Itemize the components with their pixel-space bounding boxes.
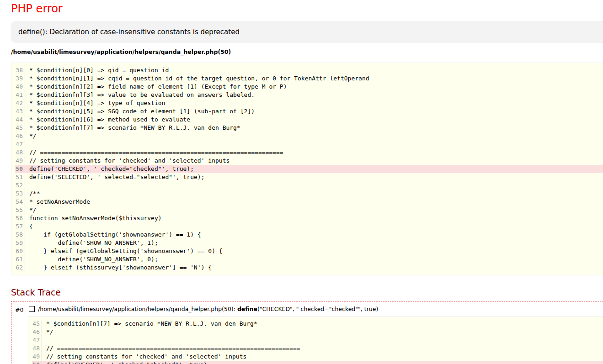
trace-call-text: /home/usabilit/limesurvey/application/he…: [38, 306, 378, 312]
code-line-38: 38* $condition[n][0] => qid = question i…: [15, 66, 603, 74]
stack-trace-heading: Stack Trace: [11, 287, 603, 297]
code-text: define('SHOW_NO_ANSWER', 1);: [25, 239, 158, 246]
code-line-39: 39* $condition[n][1] => cqid = question …: [15, 74, 603, 83]
code-line-46: 46*/: [32, 328, 603, 336]
line-number: 42: [15, 99, 25, 107]
line-number: 47: [15, 140, 25, 148]
code-line-61: 61 define('SHOW_NO_ANSWER', 0);: [15, 255, 603, 264]
code-line-45: 45* $condition[n][7] => scenario *NEW BY…: [15, 124, 603, 132]
page-title: PHP error: [11, 2, 603, 16]
code-line-51: 51define('SELECTED', ' selected="selecte…: [15, 173, 603, 181]
code-text: */: [25, 206, 37, 213]
line-number: 49: [32, 353, 42, 361]
line-number: 60: [15, 247, 25, 255]
line-number: 44: [15, 116, 25, 124]
error-source-section: /home/usabilit/limesurvey/application/he…: [11, 48, 603, 275]
code-text: define('CHECKED', ' checked="checked"', …: [25, 165, 194, 172]
code-line-41: 41* $condition[n][3] => value to be eval…: [15, 91, 603, 99]
trace-call-file: /home/usabilit/limesurvey/application/he…: [38, 306, 237, 312]
stack-trace-frame-0: #0 - /home/usabilit/limesurvey/applicati…: [15, 305, 603, 364]
code-text: * $condition[n][7] => scenario *NEW BY R…: [25, 124, 240, 131]
code-line-47: 47: [32, 336, 603, 344]
line-number: 55: [15, 206, 25, 214]
code-text: define('CHECKED', ' checked="checked"', …: [42, 361, 211, 364]
code-line-49: 49// setting constants for 'checked' and…: [15, 157, 603, 165]
code-text: // =====================================…: [25, 149, 283, 156]
collapse-minus-icon[interactable]: -: [29, 306, 35, 312]
code-text: if (getGlobalSetting('shownoanswer') == …: [25, 231, 201, 238]
line-number: 48: [32, 344, 42, 353]
line-number: 43: [15, 107, 25, 116]
error-code-line-50: 50define('CHECKED', ' checked="checked"'…: [15, 165, 603, 173]
code-text: define('SHOW_NO_ANSWER', 0);: [25, 256, 158, 263]
code-text: * $condition[n][5] => SGQ code of elemen…: [25, 108, 255, 115]
line-number: 47: [32, 336, 42, 344]
error-code-line-50: 50define('CHECKED', ' checked="checked"'…: [32, 361, 603, 364]
stack-trace-box: #0 - /home/usabilit/limesurvey/applicati…: [11, 301, 603, 364]
code-text: * setNoAnswerMode: [25, 198, 90, 205]
code-text: [42, 337, 46, 343]
line-number: 46: [15, 132, 25, 140]
php-error-page: PHP error define(): Declaration of case-…: [0, 0, 603, 364]
code-text: } elseif ($thissurvey['shownoanswer'] ==…: [25, 264, 212, 271]
trace-file-row[interactable]: - /home/usabilit/limesurvey/application/…: [28, 305, 603, 313]
line-number: 50: [32, 361, 42, 364]
line-number: 39: [15, 74, 25, 83]
code-line-54: 54* setNoAnswerMode: [15, 198, 603, 206]
frame-index: #0: [15, 305, 28, 313]
code-line-46: 46*/: [15, 132, 603, 140]
code-line-42: 42* $condition[n][4] => type of question: [15, 99, 603, 107]
code-line-40: 40* $condition[n][2] => field name of el…: [15, 83, 603, 91]
code-text: } elseif (getGlobalSetting('shownoanswer…: [25, 248, 223, 254]
code-line-62: 62 } elseif ($thissurvey['shownoanswer']…: [15, 264, 603, 272]
code-line-45: 45* $condition[n][7] => scenario *NEW BY…: [32, 320, 603, 328]
code-line-55: 55*/: [15, 206, 603, 214]
code-text: [25, 182, 29, 189]
line-number: 49: [15, 157, 25, 165]
line-number: 50: [15, 165, 25, 173]
code-text: * $condition[n][0] => qid = question id: [25, 67, 169, 74]
code-text: * $condition[n][2] => field name of elem…: [25, 83, 287, 90]
line-number: 40: [15, 83, 25, 91]
line-number: 48: [15, 148, 25, 157]
code-line-59: 59 define('SHOW_NO_ANSWER', 1);: [15, 239, 603, 247]
line-number: 41: [15, 91, 25, 99]
line-number: 62: [15, 264, 25, 272]
code-line-48: 48// ===================================…: [32, 344, 603, 353]
code-text: {: [25, 223, 33, 230]
code-line-44: 44* $condition[n][6] => method used to e…: [15, 116, 603, 124]
code-line-56: 56function setNoAnswerMode($thissurvey): [15, 214, 603, 222]
line-number: 54: [15, 198, 25, 206]
trace-code-block: 45* $condition[n][7] => scenario *NEW BY…: [28, 316, 603, 364]
code-line-47: 47: [15, 140, 603, 148]
line-number: 45: [15, 124, 25, 132]
code-line-49: 49// setting constants for 'checked' and…: [32, 353, 603, 361]
error-message: define(): Declaration of case-insensitiv…: [11, 21, 603, 43]
trace-call-args: ("CHECKED", " checked="checked"", true): [257, 306, 378, 312]
code-line-48: 48// ===================================…: [15, 148, 603, 157]
code-line-60: 60 } elseif (getGlobalSetting('shownoans…: [15, 247, 603, 255]
source-file-path: /home/usabilit/limesurvey/application/he…: [11, 48, 603, 55]
code-line-53: 53/**: [15, 190, 603, 198]
frame-content: - /home/usabilit/limesurvey/application/…: [28, 305, 603, 364]
line-number: 51: [15, 173, 25, 181]
code-line-58: 58 if (getGlobalSetting('shownoanswer') …: [15, 231, 603, 239]
line-number: 52: [15, 181, 25, 190]
code-text: // =====================================…: [42, 345, 300, 352]
code-text: /**: [25, 190, 40, 197]
line-number: 59: [15, 239, 25, 247]
code-text: * $condition[n][7] => scenario *NEW BY R…: [42, 320, 257, 327]
line-number: 45: [32, 320, 42, 328]
code-line-57: 57{: [15, 222, 603, 231]
code-text: define('SELECTED', ' selected="selected"…: [25, 174, 205, 180]
line-number: 53: [15, 190, 25, 198]
code-text: * $condition[n][1] => cqid = question id…: [25, 75, 369, 82]
source-code-block: 38* $condition[n][0] => qid = question i…: [11, 63, 603, 275]
code-text: * $condition[n][4] => type of question: [25, 100, 165, 106]
code-text: function setNoAnswerMode($thissurvey): [25, 215, 162, 222]
trace-call-function: define: [237, 306, 257, 312]
code-text: * $condition[n][6] => method used to eva…: [25, 116, 190, 123]
line-number: 46: [32, 328, 42, 336]
line-number: 57: [15, 222, 25, 231]
code-text: // setting constants for 'checked' and '…: [42, 353, 246, 360]
